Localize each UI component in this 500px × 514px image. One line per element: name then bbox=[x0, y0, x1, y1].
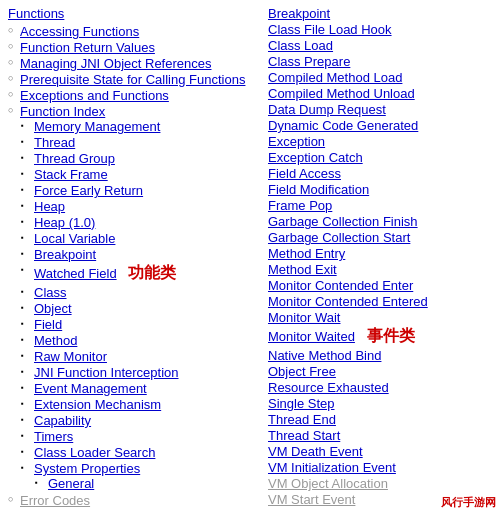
list-item: Raw Monitor bbox=[34, 349, 268, 364]
dynamic-code-generated-link[interactable]: Dynamic Code Generated bbox=[268, 118, 418, 133]
force-early-return-link[interactable]: Force Early Return bbox=[34, 183, 143, 198]
list-item: Exceptions and Functions bbox=[20, 88, 268, 103]
heap-link[interactable]: Heap bbox=[34, 199, 65, 214]
vm-death-event-link[interactable]: VM Death Event bbox=[268, 444, 363, 459]
list-item: Class Load bbox=[268, 38, 492, 53]
method-exit-link[interactable]: Method Exit bbox=[268, 262, 337, 277]
level3-list: General bbox=[34, 476, 268, 491]
class-link[interactable]: Class bbox=[34, 285, 67, 300]
thread-group-link[interactable]: Thread Group bbox=[34, 151, 115, 166]
breakpoint-link[interactable]: Breakpoint bbox=[34, 247, 96, 262]
breakpoint-right-link[interactable]: Breakpoint bbox=[268, 6, 330, 21]
compiled-method-load-link[interactable]: Compiled Method Load bbox=[268, 70, 402, 85]
local-variable-link[interactable]: Local Variable bbox=[34, 231, 115, 246]
monitor-contended-enter-link[interactable]: Monitor Contended Enter bbox=[268, 278, 413, 293]
list-item: Class File Load Hook bbox=[268, 22, 492, 37]
list-item: Compiled Method Unload bbox=[268, 86, 492, 101]
error-codes-item: Error Codes bbox=[20, 493, 268, 508]
accessing-functions-link[interactable]: Accessing Functions bbox=[20, 24, 139, 39]
resource-exhausted-link[interactable]: Resource Exhausted bbox=[268, 380, 389, 395]
compiled-method-unload-link[interactable]: Compiled Method Unload bbox=[268, 86, 415, 101]
list-item: VM Initialization Event bbox=[268, 460, 492, 475]
data-dump-request-link[interactable]: Data Dump Request bbox=[268, 102, 386, 117]
list-item: Managing JNI Object References bbox=[20, 56, 268, 71]
list-item: VM Death Event bbox=[268, 444, 492, 459]
system-properties-link[interactable]: System Properties bbox=[34, 461, 140, 476]
class-load-link[interactable]: Class Load bbox=[268, 38, 333, 53]
function-index-link[interactable]: Function Index bbox=[20, 104, 105, 119]
functions-top-link[interactable]: Functions bbox=[8, 6, 64, 21]
memory-management-link[interactable]: Memory Management bbox=[34, 119, 160, 134]
exception-link[interactable]: Exception bbox=[268, 134, 325, 149]
class-prepare-link[interactable]: Class Prepare bbox=[268, 54, 350, 69]
list-item: Method Exit bbox=[268, 262, 492, 277]
list-item: Frame Pop bbox=[268, 198, 492, 213]
list-item: Resource Exhausted bbox=[268, 380, 492, 395]
general-link[interactable]: General bbox=[48, 476, 94, 491]
watched-field-item: Watched Field 功能类 bbox=[34, 263, 268, 284]
monitor-waited-link[interactable]: Monitor Waited bbox=[268, 329, 355, 344]
list-item: Heap bbox=[34, 199, 268, 214]
list-item: VM Object Allocation bbox=[268, 476, 492, 491]
gc-finish-link[interactable]: Garbage Collection Finish bbox=[268, 214, 418, 229]
vm-initialization-event-link[interactable]: VM Initialization Event bbox=[268, 460, 396, 475]
list-item: Prerequisite State for Calling Functions bbox=[20, 72, 268, 87]
field-modification-link[interactable]: Field Modification bbox=[268, 182, 369, 197]
exception-catch-link[interactable]: Exception Catch bbox=[268, 150, 363, 165]
gc-start-link[interactable]: Garbage Collection Start bbox=[268, 230, 410, 245]
monitor-wait-link[interactable]: Monitor Wait bbox=[268, 310, 340, 325]
list-item: Breakpoint bbox=[268, 6, 492, 21]
vm-object-allocation-link[interactable]: VM Object Allocation bbox=[268, 476, 388, 491]
watched-field-link[interactable]: Watched Field bbox=[34, 266, 117, 281]
function-return-values-link[interactable]: Function Return Values bbox=[20, 40, 155, 55]
list-item: Field Modification bbox=[268, 182, 492, 197]
list-item: Function Return Values bbox=[20, 40, 268, 55]
method-link[interactable]: Method bbox=[34, 333, 77, 348]
vm-start-event-link[interactable]: VM Start Event bbox=[268, 492, 355, 507]
list-item: Monitor Contended Enter bbox=[268, 278, 492, 293]
list-item: Exception bbox=[268, 134, 492, 149]
monitor-waited-item: Monitor Waited 事件类 bbox=[268, 326, 492, 347]
frame-pop-link[interactable]: Frame Pop bbox=[268, 198, 332, 213]
list-item: Timers bbox=[34, 429, 268, 444]
object-link[interactable]: Object bbox=[34, 301, 72, 316]
list-item: JNI Function Interception bbox=[34, 365, 268, 380]
list-item: Thread Start bbox=[268, 428, 492, 443]
list-item: Thread End bbox=[268, 412, 492, 427]
list-item: Heap (1.0) bbox=[34, 215, 268, 230]
thread-link[interactable]: Thread bbox=[34, 135, 75, 150]
raw-monitor-link[interactable]: Raw Monitor bbox=[34, 349, 107, 364]
list-item: Field Access bbox=[268, 166, 492, 181]
error-codes-link[interactable]: Error Codes bbox=[20, 493, 90, 508]
prerequisite-state-link[interactable]: Prerequisite State for Calling Functions bbox=[20, 72, 245, 87]
method-entry-link[interactable]: Method Entry bbox=[268, 246, 345, 261]
extension-mechanism-link[interactable]: Extension Mechanism bbox=[34, 397, 161, 412]
event-management-link[interactable]: Event Management bbox=[34, 381, 147, 396]
list-item: Garbage Collection Start bbox=[268, 230, 492, 245]
list-item: Event Management bbox=[34, 381, 268, 396]
thread-end-link[interactable]: Thread End bbox=[268, 412, 336, 427]
managing-jni-link[interactable]: Managing JNI Object References bbox=[20, 56, 211, 71]
class-loader-search-link[interactable]: Class Loader Search bbox=[34, 445, 155, 460]
thread-start-link[interactable]: Thread Start bbox=[268, 428, 340, 443]
single-step-link[interactable]: Single Step bbox=[268, 396, 335, 411]
class-file-load-hook-link[interactable]: Class File Load Hook bbox=[268, 22, 392, 37]
list-item: Single Step bbox=[268, 396, 492, 411]
field-link[interactable]: Field bbox=[34, 317, 62, 332]
level1-list: Accessing Functions Function Return Valu… bbox=[8, 24, 268, 491]
heap10-link[interactable]: Heap (1.0) bbox=[34, 215, 95, 230]
timers-link[interactable]: Timers bbox=[34, 429, 73, 444]
jni-function-link[interactable]: JNI Function Interception bbox=[34, 365, 179, 380]
list-item: Object Free bbox=[268, 364, 492, 379]
object-free-link[interactable]: Object Free bbox=[268, 364, 336, 379]
native-method-bind-link[interactable]: Native Method Bind bbox=[268, 348, 381, 363]
list-item: Function Index Memory Management Thread … bbox=[20, 104, 268, 491]
field-access-link[interactable]: Field Access bbox=[268, 166, 341, 181]
exceptions-functions-link[interactable]: Exceptions and Functions bbox=[20, 88, 169, 103]
stack-frame-link[interactable]: Stack Frame bbox=[34, 167, 108, 182]
level2-list: Memory Management Thread Thread Group St… bbox=[20, 119, 268, 491]
capability-link[interactable]: Capability bbox=[34, 413, 91, 428]
monitor-contended-entered-link[interactable]: Monitor Contended Entered bbox=[268, 294, 428, 309]
list-item: Dynamic Code Generated bbox=[268, 118, 492, 133]
right-list: Breakpoint Class File Load Hook Class Lo… bbox=[268, 6, 492, 507]
